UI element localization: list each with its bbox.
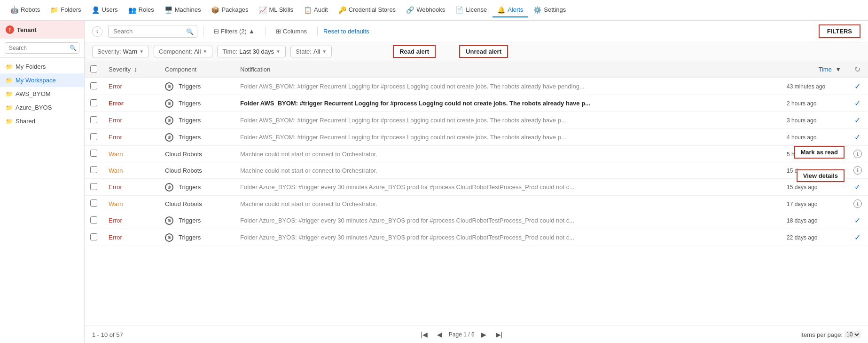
ml-skills-icon: 📈	[259, 6, 267, 14]
severity-cell: Warn	[103, 162, 159, 179]
notification-text: Machine could not start or connect to Or…	[240, 167, 377, 174]
filters-annotation-box: FILTERS	[819, 24, 860, 38]
time-cell: 18 days ago	[781, 212, 847, 229]
table-row: Warn Cloud Robots Machine could not star…	[85, 146, 868, 162]
nav-license[interactable]: 📄 License	[451, 3, 492, 17]
notification-cell: Folder Azure_BYOS: #trigger every 30 min…	[235, 212, 781, 229]
mark-as-read-icon[interactable]: ✓	[854, 99, 860, 107]
severity-cell: Error	[103, 212, 159, 229]
folder-icon: 📁	[6, 118, 13, 125]
row-checkbox[interactable]	[90, 216, 97, 223]
notification-text: Machine could not start or connect to Or…	[240, 200, 377, 207]
row-checkbox[interactable]	[90, 82, 97, 89]
severity-filter[interactable]: Severity: Warn ▼	[92, 46, 149, 57]
mark-as-read-icon[interactable]: ✓	[854, 216, 860, 224]
row-checkbox[interactable]	[90, 150, 97, 157]
component-label: Cloud Robots	[165, 200, 202, 207]
table-row: Error ⊕Triggers Folder AWS_BYOM: #trigge…	[85, 129, 868, 146]
row-checkbox[interactable]	[90, 199, 97, 207]
next-page-button[interactable]: ▶	[478, 330, 489, 339]
mark-as-read-icon[interactable]: ✓	[854, 133, 860, 141]
notification-text: Folder Azure_BYOS: #trigger every 30 min…	[240, 217, 574, 224]
component-label: Cloud Robots	[165, 151, 202, 158]
nav-ml-skills[interactable]: 📈 ML Skills	[254, 3, 298, 17]
nav-audit[interactable]: 📋 Audit	[299, 3, 333, 17]
filter-bar: Severity: Warn ▼ Component: All ▼ Time: …	[85, 42, 868, 61]
nav-packages[interactable]: 📦 Packages	[206, 3, 253, 17]
columns-button[interactable]: ⊞ Columns	[271, 25, 312, 37]
sidebar-search-icon: 🔍	[70, 45, 77, 51]
nav-robots[interactable]: 🤖 Robots	[6, 3, 45, 17]
notification-text: Folder Azure_BYOS: #trigger every 30 min…	[240, 234, 574, 241]
trigger-icon: ⊕	[165, 82, 173, 91]
toolbar-divider-1	[203, 27, 203, 36]
sidebar-item-aws-byom[interactable]: 📁 AWS_BYOM	[0, 87, 84, 101]
select-all-checkbox[interactable]	[90, 65, 97, 72]
view-details-icon[interactable]: ℹ	[853, 166, 862, 175]
column-header-notification: Notification	[235, 61, 781, 78]
toolbar-search-wrap: 🔍	[108, 25, 197, 38]
severity-cell: Error	[103, 78, 159, 95]
sidebar-item-azure-byos[interactable]: 📁 Azure_BYOS	[0, 101, 84, 114]
prev-page-button[interactable]: ◀	[434, 330, 445, 339]
time-filter[interactable]: Time: Last 30 days ▼	[217, 46, 286, 57]
row-checkbox[interactable]	[90, 166, 97, 173]
time-value: 2 hours ago	[787, 100, 816, 107]
notification-cell: Folder Azure_BYOS: #trigger every 30 min…	[235, 229, 781, 246]
row-checkbox[interactable]	[90, 116, 97, 123]
row-checkbox-cell	[85, 196, 103, 212]
mark-as-read-icon[interactable]: ✓	[854, 82, 860, 90]
row-checkbox-cell	[85, 78, 103, 95]
state-chevron-icon: ▼	[322, 49, 327, 54]
filters-button[interactable]: ⊟ Filters (2) ▲	[209, 25, 259, 37]
table-footer: 1 - 10 of 57 |◀ ◀ Page 1 / 6 ▶ ▶| Items …	[85, 326, 868, 343]
severity-value: Warn	[109, 167, 123, 174]
sidebar-item-my-workspace[interactable]: 📁 My Workspace	[0, 73, 84, 87]
sidebar-item-shared[interactable]: 📁 Shared	[0, 114, 84, 128]
table-row: Warn Cloud Robots Machine could not star…	[85, 196, 868, 212]
nav-folders[interactable]: 📁 Folders	[46, 3, 86, 17]
view-details-icon[interactable]: ℹ	[853, 150, 862, 158]
row-checkbox[interactable]	[90, 183, 97, 190]
action-cell: ✓	[847, 229, 868, 246]
toolbar: ‹ 🔍 ⊟ Filters (2) ▲ ⊞ Columns Reset to d…	[85, 21, 868, 42]
nav-roles[interactable]: 👥 Roles	[124, 3, 159, 17]
toolbar-search-input[interactable]	[108, 25, 197, 38]
reset-defaults-link[interactable]: Reset to defaults	[323, 28, 369, 35]
component-cell: ⊕Triggers	[159, 179, 235, 196]
time-value: 22 days ago	[787, 234, 817, 241]
row-checkbox[interactable]	[90, 233, 97, 240]
sidebar-items: 📁 My Folders 📁 My Workspace 📁 AWS_BYOM 📁…	[0, 58, 84, 130]
nav-webhooks[interactable]: 🔗 Webhooks	[401, 3, 450, 17]
nav-users[interactable]: 👤 Users	[87, 3, 123, 17]
nav-settings[interactable]: ⚙️ Settings	[529, 3, 571, 17]
mark-as-read-icon[interactable]: ✓	[854, 183, 860, 191]
sidebar-tenant[interactable]: T Tenant	[0, 21, 84, 39]
collapse-sidebar-button[interactable]: ‹	[92, 26, 102, 37]
view-details-icon[interactable]: ℹ	[853, 199, 862, 208]
state-filter[interactable]: State: All ▼	[290, 46, 332, 57]
refresh-button[interactable]: ↻	[852, 65, 862, 74]
mark-as-read-icon[interactable]: ✓	[854, 233, 860, 241]
table-row: Error ⊕Triggers Folder AWS_BYOM: #trigge…	[85, 95, 868, 112]
notification-cell: Machine could not start or connect to Or…	[235, 196, 781, 212]
items-per-page-select[interactable]: 10 25 50	[845, 331, 860, 338]
last-page-button[interactable]: ▶|	[493, 330, 506, 339]
row-checkbox[interactable]	[90, 99, 97, 106]
row-checkbox-cell	[85, 162, 103, 179]
first-page-button[interactable]: |◀	[418, 330, 430, 339]
mark-as-read-icon[interactable]: ✓	[854, 116, 860, 124]
nav-machines[interactable]: 🖥️ Machines	[160, 3, 206, 17]
column-header-severity[interactable]: Severity ↕	[103, 61, 159, 78]
nav-credential-stores[interactable]: 🔑 Credential Stores	[334, 3, 400, 17]
notification-cell: Folder AWS_BYOM: #trigger Recurrent Logg…	[235, 95, 781, 112]
sidebar-search-input[interactable]	[5, 42, 79, 54]
component-filter[interactable]: Component: All ▼	[154, 46, 212, 57]
table-row: Error ⊕Triggers Folder AWS_BYOM: #trigge…	[85, 112, 868, 129]
sidebar-item-my-folders[interactable]: 📁 My Folders	[0, 60, 84, 73]
row-checkbox[interactable]	[90, 133, 97, 140]
component-cell: ⊕Triggers	[159, 95, 235, 112]
action-cell: ℹ	[847, 196, 868, 212]
nav-alerts[interactable]: 🔔 Alerts	[493, 3, 528, 17]
column-header-time[interactable]: Time ▼	[781, 61, 847, 78]
